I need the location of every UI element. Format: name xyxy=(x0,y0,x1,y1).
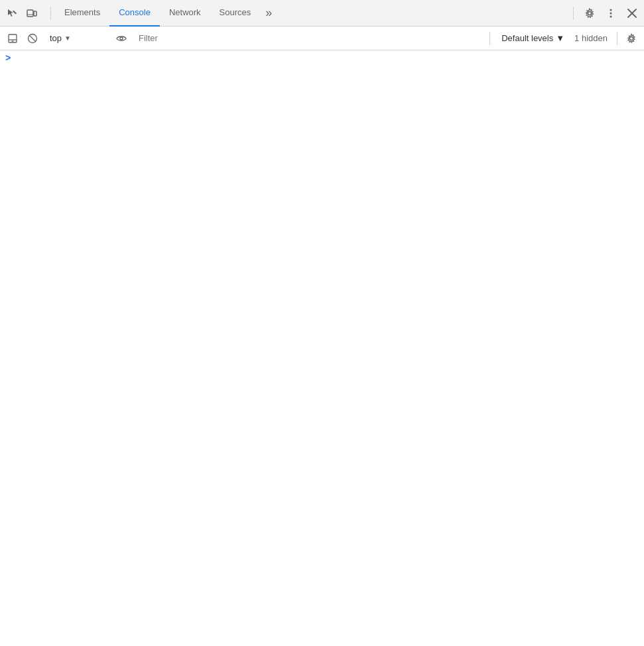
live-expressions-button[interactable] xyxy=(113,30,130,47)
three-dot-icon xyxy=(606,8,616,19)
gear-icon xyxy=(584,8,595,19)
tabs-container: Elements Console Network Sources » xyxy=(55,0,277,27)
tab-elements-label: Elements xyxy=(64,7,100,17)
tab-bar-divider xyxy=(50,7,51,20)
prompt-arrow-icon: > xyxy=(5,53,11,64)
svg-marker-12 xyxy=(11,40,14,42)
close-devtools-button[interactable] xyxy=(623,4,641,23)
console-gear-icon xyxy=(626,33,637,44)
eye-icon xyxy=(116,34,127,42)
show-drawer-button[interactable] xyxy=(4,30,21,47)
context-arrow-icon: ▼ xyxy=(64,34,71,42)
devtools-controls xyxy=(3,4,41,23)
svg-point-7 xyxy=(610,15,612,17)
console-settings-button[interactable] xyxy=(623,30,640,47)
more-tabs-button[interactable]: » xyxy=(260,0,277,27)
svg-rect-2 xyxy=(34,11,36,16)
toolbar-divider xyxy=(489,32,490,45)
cursor-icon xyxy=(7,8,17,19)
more-options-button[interactable] xyxy=(602,4,620,23)
svg-rect-0 xyxy=(13,10,17,14)
more-tabs-icon: » xyxy=(265,6,272,20)
hidden-messages-badge: 1 hidden xyxy=(570,33,612,43)
tab-sources-label: Sources xyxy=(220,7,251,17)
tab-bar: Elements Console Network Sources » xyxy=(0,0,644,27)
settings-button[interactable] xyxy=(580,4,599,23)
svg-rect-1 xyxy=(27,10,33,17)
tab-bar-right-controls xyxy=(569,4,641,23)
context-label: top xyxy=(50,33,62,43)
inspect-button[interactable] xyxy=(3,4,21,23)
close-icon xyxy=(627,9,637,18)
device-icon xyxy=(27,8,37,19)
drawer-icon xyxy=(8,34,17,43)
console-toolbar: top ▼ Default levels ▼ 1 hidden xyxy=(0,27,644,50)
tab-console-label: Console xyxy=(119,7,151,17)
levels-arrow-icon: ▼ xyxy=(556,33,564,43)
console-prompt[interactable]: > xyxy=(0,50,644,66)
tab-elements[interactable]: Elements xyxy=(55,0,109,27)
svg-point-15 xyxy=(120,37,123,40)
tab-console[interactable]: Console xyxy=(109,0,160,27)
tab-network[interactable]: Network xyxy=(160,0,210,27)
svg-point-4 xyxy=(588,11,592,15)
log-levels-selector[interactable]: Default levels ▼ xyxy=(495,31,568,46)
tab-sources[interactable]: Sources xyxy=(210,0,261,27)
tab-network-label: Network xyxy=(169,7,201,17)
svg-line-14 xyxy=(29,35,36,42)
clear-console-button[interactable] xyxy=(24,30,41,47)
clear-icon xyxy=(27,33,38,44)
svg-point-5 xyxy=(610,9,612,11)
svg-point-16 xyxy=(630,36,633,40)
filter-input[interactable] xyxy=(133,31,484,46)
toolbar-divider-2 xyxy=(617,32,617,45)
device-toolbar-button[interactable] xyxy=(23,4,41,23)
levels-label: Default levels xyxy=(501,33,553,43)
tab-bar-right-divider xyxy=(573,7,574,20)
svg-point-6 xyxy=(610,12,612,14)
context-selector[interactable]: top ▼ xyxy=(44,31,110,46)
console-area[interactable]: > xyxy=(0,50,644,646)
